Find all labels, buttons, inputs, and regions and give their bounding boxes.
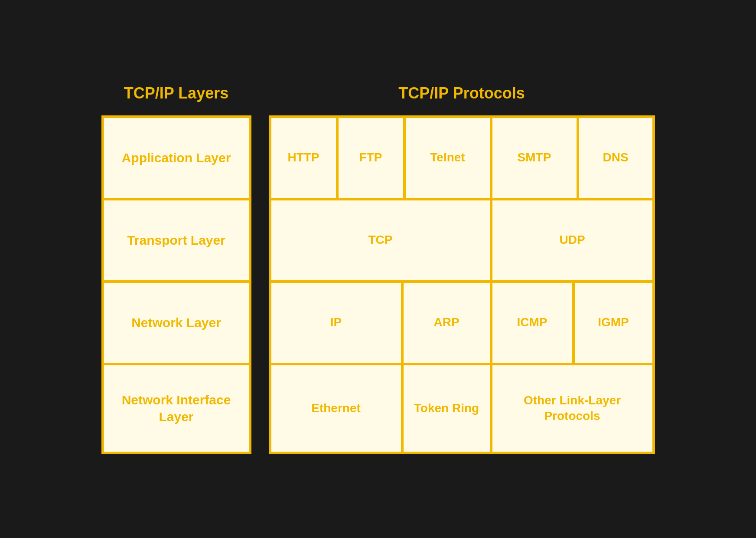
app-protocol-row: HTTP FTP Telnet SMTP DNS	[270, 117, 654, 199]
layers-title: TCP/IP Layers	[124, 84, 228, 102]
dns-cell: DNS	[578, 117, 654, 199]
telnet-cell: Telnet	[404, 117, 491, 199]
igmp-label: IGMP	[598, 315, 629, 330]
tcp-label: TCP	[368, 232, 393, 248]
main-container: TCP/IP Layers Application Layer Transpor…	[101, 84, 655, 454]
tokenring-cell: Token Ring	[402, 364, 491, 453]
http-label: HTTP	[287, 150, 319, 165]
udp-label: UDP	[559, 232, 585, 248]
network-layer-label: Network Layer	[131, 314, 221, 331]
network-protocol-row: IP ARP ICMP IGMP	[270, 282, 654, 364]
smtp-cell: SMTP	[491, 117, 578, 199]
arp-cell: ARP	[402, 282, 491, 364]
application-layer-label: Application Layer	[122, 149, 231, 166]
ethernet-label: Ethernet	[311, 400, 361, 416]
http-cell: HTTP	[270, 117, 337, 199]
tokenring-label: Token Ring	[414, 400, 479, 416]
netinterface-layer-label: Network Interface Layer	[113, 391, 240, 425]
smtp-label: SMTP	[518, 150, 551, 165]
telnet-label: Telnet	[430, 150, 465, 165]
transport-layer-label: Transport Layer	[127, 232, 225, 249]
layers-section: TCP/IP Layers Application Layer Transpor…	[101, 84, 251, 454]
protocols-section: TCP/IP Protocols HTTP FTP Telnet SMTP DN…	[269, 84, 655, 454]
transport-protocol-row: TCP UDP	[270, 199, 654, 282]
layers-table: Application Layer Transport Layer Networ…	[101, 115, 251, 454]
ip-cell: IP	[270, 282, 402, 364]
arp-label: ARP	[433, 315, 459, 330]
protocols-table: HTTP FTP Telnet SMTP DNS TCP	[269, 115, 655, 454]
tcp-cell: TCP	[270, 199, 491, 282]
application-layer-cell: Application Layer	[103, 117, 250, 199]
netif-protocol-row: Ethernet Token Ring Other Link-Layer Pro…	[270, 364, 654, 453]
icmp-cell: ICMP	[491, 282, 574, 364]
ftp-cell: FTP	[337, 117, 404, 199]
ip-label: IP	[330, 315, 342, 330]
otherlinklayer-cell: Other Link-Layer Protocols	[491, 364, 654, 453]
network-layer-cell: Network Layer	[103, 282, 250, 364]
protocols-title: TCP/IP Protocols	[398, 84, 525, 102]
ethernet-cell: Ethernet	[270, 364, 402, 453]
dns-label: DNS	[603, 150, 628, 165]
ftp-label: FTP	[359, 150, 382, 165]
igmp-cell: IGMP	[574, 282, 654, 364]
netinterface-layer-cell: Network Interface Layer	[103, 364, 250, 453]
transport-layer-cell: Transport Layer	[103, 199, 250, 282]
icmp-label: ICMP	[517, 315, 547, 330]
udp-cell: UDP	[491, 199, 654, 282]
otherlinklayer-label: Other Link-Layer Protocols	[497, 393, 648, 424]
